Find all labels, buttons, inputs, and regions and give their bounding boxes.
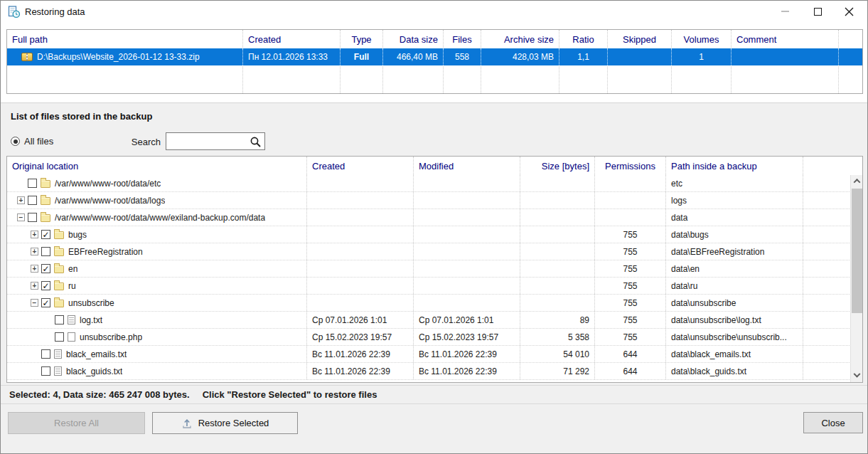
tree-name-cell: unsubscribe.php <box>7 329 307 345</box>
close-button[interactable]: Close <box>803 412 863 433</box>
selected-info: Selected: 4, Data size: 465 247 008 byte… <box>9 389 190 400</box>
expand-icon[interactable]: + <box>31 265 38 273</box>
tree-modified-cell <box>414 226 520 243</box>
folder-icon <box>54 300 64 307</box>
tree-permissions-cell: 755 <box>595 260 666 277</box>
tree-table: Original locationCreatedModifiedSize [by… <box>6 156 863 383</box>
file-text-icon <box>54 366 62 376</box>
backup-cell <box>608 48 672 65</box>
tree-col-header[interactable]: Modified <box>414 157 520 175</box>
tree-modified-cell <box>414 175 520 191</box>
backup-col-header[interactable]: Created <box>243 30 341 48</box>
tree-path-cell: data\ru <box>666 278 803 294</box>
expand-icon[interactable]: + <box>17 196 25 204</box>
scroll-down-button[interactable] <box>851 370 863 382</box>
backup-filler-cell <box>341 65 383 93</box>
restore-clock-icon <box>8 6 21 19</box>
tree-row[interactable]: unsubscribe.phpСр 15.02.2023 19:57Ср 15.… <box>7 329 862 346</box>
tree-row[interactable]: black_emails.txtВс 11.01.2026 22:39Вс 11… <box>7 346 862 363</box>
maximize-button[interactable] <box>803 1 832 22</box>
tree-row[interactable]: /var/www/www-root/data/etcetc <box>7 175 862 192</box>
backup-col-header[interactable]: Comment <box>732 30 839 48</box>
backup-table-header: Full pathCreatedTypeData sizeFilesArchiv… <box>7 30 862 48</box>
tree-created-cell: Вс 11.01.2026 22:39 <box>307 346 414 362</box>
tree-row[interactable]: black_guids.txtВс 11.01.2026 22:39Вс 11.… <box>7 363 862 380</box>
close-window-button[interactable] <box>835 1 863 22</box>
tree-col-header[interactable] <box>803 157 862 175</box>
file-name: unsubscribe <box>68 298 114 308</box>
tree-name-cell: black_emails.txt <box>7 346 307 362</box>
backup-col-header[interactable] <box>839 30 862 48</box>
tree-col-header[interactable]: Created <box>307 157 414 175</box>
tree-created-cell <box>307 209 414 226</box>
backup-col-header[interactable]: Ratio <box>559 30 608 48</box>
collapse-icon[interactable]: − <box>17 213 25 221</box>
row-checkbox[interactable] <box>41 349 50 359</box>
backup-col-header[interactable]: Files <box>444 30 481 48</box>
tree-col-header[interactable]: Size [bytes] <box>520 157 595 175</box>
minimize-button[interactable] <box>771 1 799 22</box>
expand-icon[interactable]: + <box>31 248 38 255</box>
tree-size-cell <box>520 260 595 277</box>
backup-full-path: D:\Backups\Website_2026-01-12 13-33.zip <box>37 52 200 62</box>
tree-size-cell: 71 292 <box>520 363 595 379</box>
backup-col-header[interactable]: Skipped <box>608 30 672 48</box>
row-checkbox[interactable]: ✓ <box>41 281 50 290</box>
tree-row[interactable]: +✓bugs755data\bugs <box>7 226 862 243</box>
tree-row[interactable]: +/var/www/www-root/data/logslogs <box>7 192 862 209</box>
restore-hint: Click "Restore Selected" to restore file… <box>203 389 377 400</box>
expand-icon[interactable]: + <box>31 231 38 238</box>
backup-cell: D:\Backups\Website_2026-01-12 13-33.zip <box>7 48 243 65</box>
tree-modified-cell: Вс 11.01.2026 22:39 <box>414 346 520 362</box>
tree-name-cell: +✓bugs <box>7 226 307 243</box>
restore-selected-button[interactable]: Restore Selected <box>152 412 298 434</box>
tree-row[interactable]: +✓en755data\en <box>7 260 862 278</box>
tree-path-cell: data\unsubscribe\unsubscrib... <box>666 329 803 345</box>
expand-icon[interactable]: + <box>31 282 38 290</box>
search-icon[interactable] <box>250 136 262 148</box>
file-name: /var/www/www-root/data/etc <box>55 179 161 189</box>
backup-col-header[interactable]: Full path <box>7 30 243 48</box>
row-checkbox[interactable]: ✓ <box>41 230 50 239</box>
backup-cell: Full <box>341 48 383 65</box>
tree-size-cell <box>520 209 595 226</box>
row-checkbox[interactable] <box>28 179 37 188</box>
tree-row[interactable]: log.txtСр 07.01.2026 1:01Ср 07.01.2026 1… <box>7 312 862 329</box>
row-checkbox[interactable] <box>28 213 37 222</box>
backup-row-selected[interactable]: D:\Backups\Website_2026-01-12 13-33.zipП… <box>7 48 862 65</box>
tree-row[interactable]: −✓unsubscribe755data\unsubscribe <box>7 295 862 312</box>
backup-filler-cell <box>732 65 839 93</box>
collapse-icon[interactable]: − <box>31 299 38 307</box>
tree-row[interactable]: −/var/www/www-root/data/www/exiland-back… <box>7 209 862 226</box>
tree-col-header[interactable]: Path inside a backup <box>666 157 803 175</box>
tree-col-header[interactable]: Original location <box>7 157 307 175</box>
vertical-scrollbar[interactable] <box>850 175 862 382</box>
tree-table-body: /var/www/www-root/data/etcetc+/var/www/w… <box>7 175 862 380</box>
backup-col-header[interactable]: Data size <box>383 30 444 48</box>
row-checkbox[interactable] <box>41 247 50 256</box>
restore-all-button[interactable]: Restore All <box>8 412 145 434</box>
tree-row[interactable]: +✓ru755data\ru <box>7 278 862 295</box>
backup-col-header[interactable]: Archive size <box>481 30 559 48</box>
row-checkbox[interactable]: ✓ <box>41 264 50 273</box>
row-checkbox[interactable] <box>55 315 64 324</box>
tree-modified-cell <box>414 192 520 208</box>
backup-col-header[interactable]: Type <box>341 30 383 48</box>
backup-filler-cell <box>608 65 672 93</box>
row-checkbox[interactable] <box>28 196 37 205</box>
tree-col-header[interactable]: Permissions <box>595 157 666 175</box>
backup-cell: 1 <box>672 48 732 65</box>
file-blank-icon <box>68 332 75 342</box>
tree-row[interactable]: +EBFreeRegistration755data\EBFreeRegistr… <box>7 243 862 260</box>
all-files-radio[interactable]: All files <box>11 136 53 147</box>
file-name: EBFreeRegistration <box>68 247 143 257</box>
tree-modified-cell: Вс 11.01.2026 22:39 <box>414 363 520 379</box>
minimize-icon <box>781 11 789 12</box>
scroll-up-button[interactable] <box>851 175 863 187</box>
row-checkbox[interactable] <box>41 366 50 376</box>
scrollbar-thumb[interactable] <box>852 189 862 313</box>
backup-cell: 428,03 MB <box>481 48 559 65</box>
row-checkbox[interactable] <box>55 332 64 342</box>
row-checkbox[interactable]: ✓ <box>41 298 50 307</box>
backup-col-header[interactable]: Volumes <box>672 30 732 48</box>
